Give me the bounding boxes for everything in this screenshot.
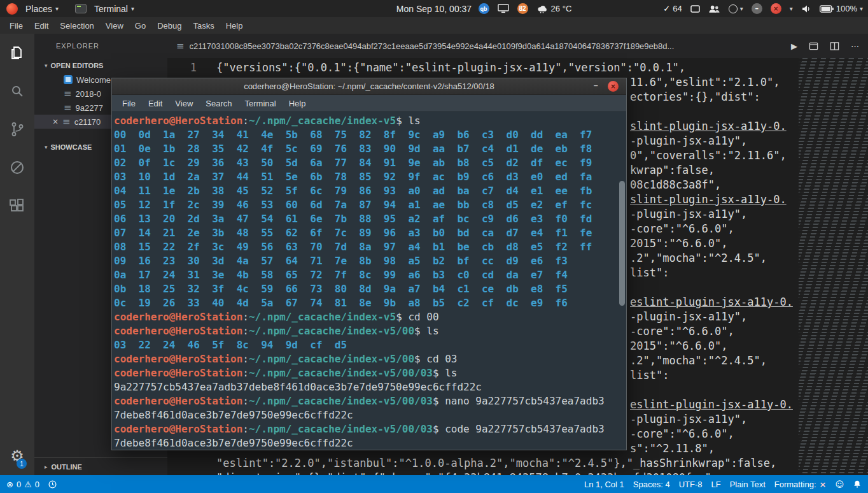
menu-selection[interactable]: Selection: [54, 21, 99, 31]
volume-tray-icon[interactable]: [801, 4, 811, 13]
terminal-line: 01 0e 1b 28 35 42 4f 5c 69 76 83 90 9d a…: [114, 142, 626, 156]
explorer-icon[interactable]: [0, 34, 34, 72]
eol-status[interactable]: LF: [711, 480, 720, 489]
settings-gear-icon[interactable]: ⚙ 1: [0, 437, 34, 475]
run-button[interactable]: ▶: [791, 41, 797, 51]
editor-link-text[interactable]: slint-plugin-jsx-a11y-0.: [630, 119, 787, 134]
check-count: 64: [673, 4, 682, 13]
formatting-status[interactable]: Formatting: ×: [774, 480, 827, 489]
terminal-window-menu[interactable]: Terminal ▾: [90, 4, 138, 14]
split-editor-icon[interactable]: [830, 41, 839, 51]
formatting-label: Formatting:: [774, 480, 816, 489]
language-mode[interactable]: Plain Text: [730, 480, 766, 489]
window-tray-icon[interactable]: [690, 5, 700, 13]
caret-down-icon: ▾: [131, 5, 134, 12]
status-menu[interactable]: ▾: [729, 4, 743, 13]
editor-text: 08c1d88c3a8f",: [630, 178, 721, 192]
menu-view[interactable]: View: [100, 21, 129, 31]
editor-text: list":: [630, 266, 669, 280]
dnd-status-icon[interactable]: –: [752, 3, 762, 14]
editor-text: 11.6","eslint":"2.1.0",: [630, 75, 780, 90]
terminal-titlebar[interactable]: coderhero@HeroStation: ~/.npm/_cacache/c…: [112, 78, 626, 95]
open-editors-section-header[interactable]: ▾ OPEN EDITORS: [34, 59, 167, 73]
explorer-title: EXPLORER: [34, 34, 167, 50]
editor-text: "eslint":"2.2.0","istanbul":"^1.0.0-alph…: [216, 456, 776, 471]
close-button[interactable]: ×: [608, 81, 619, 92]
minimize-button[interactable]: –: [594, 80, 599, 91]
check-icon: ✓: [663, 4, 670, 13]
battery-percentage: 100%: [836, 4, 857, 13]
problems-indicator[interactable]: ⊗ 0 ⚠ 0: [6, 480, 39, 489]
busy-status-icon[interactable]: ×: [771, 3, 781, 14]
users-tray-icon[interactable]: [708, 4, 720, 13]
cursor-position[interactable]: Ln 1, Col 1: [584, 480, 624, 489]
feedback-smiley-icon[interactable]: ☺: [835, 480, 844, 489]
terminal-menu-search[interactable]: Search: [199, 99, 238, 108]
terminal-menu-view[interactable]: View: [169, 99, 199, 108]
source-control-icon[interactable]: [0, 110, 34, 148]
menu-go[interactable]: Go: [129, 21, 151, 31]
open-preview-icon[interactable]: [809, 41, 818, 51]
menu-edit[interactable]: Edit: [29, 21, 54, 31]
terminal-menu-help[interactable]: Help: [283, 99, 312, 108]
indentation-status[interactable]: Spaces: 4: [633, 480, 670, 489]
editor-link-text[interactable]: slint-plugin-jsx-a11y-0.: [630, 192, 787, 207]
editor-text: -plugin-jsx-a11y",: [630, 207, 747, 222]
caret-down-icon: ▾: [740, 5, 743, 12]
terminal-line: 00 0d 1a 27 34 41 4e 5b 68 75 82 8f 9c a…: [114, 128, 626, 142]
editor-text: -core":"^6.6.0",: [630, 324, 734, 339]
terminal-line: coderhero@HeroStation:~/.npm/_cacache/in…: [114, 324, 626, 338]
terminal-menu-terminal[interactable]: Terminal: [239, 99, 283, 108]
editor-text: "directories":{},"dist":{"shasum":"f4c32…: [216, 471, 718, 475]
caret-down-icon[interactable]: ▾: [790, 5, 793, 12]
chevron-down-icon: ▾: [45, 144, 48, 150]
places-menu[interactable]: Places ▾: [22, 4, 62, 14]
battery-indicator[interactable]: 100% ▾: [820, 4, 863, 13]
editor-link-text[interactable]: eslint-plugin-jsx-a11y-0.: [630, 397, 793, 412]
welcome-file-icon: [64, 75, 73, 84]
terminal-body[interactable]: coderhero@HeroStation:~/.npm/_cacache/in…: [112, 112, 626, 450]
file-icon: ≡: [64, 102, 72, 113]
terminal-menu-label: Terminal: [94, 4, 128, 14]
qbittorrent-tray-icon[interactable]: qb: [479, 3, 489, 14]
clock-status-icon[interactable]: [48, 480, 57, 489]
outline-label: OUTLINE: [52, 463, 82, 471]
terminal-scrollbar-thumb[interactable]: [619, 181, 625, 306]
terminal-output: coderhero@HeroStation:~/.npm/_cacache/in…: [114, 114, 626, 450]
editor-link-text[interactable]: eslint-plugin-jsx-a11y-0.: [630, 295, 793, 310]
terminal-line: 02 0f 1c 29 36 43 50 5d 6a 77 84 91 9e a…: [114, 156, 626, 170]
close-icon[interactable]: ×: [52, 117, 59, 126]
minimap[interactable]: [799, 58, 868, 475]
display-tray-icon[interactable]: [498, 4, 509, 13]
update-check-indicator[interactable]: ✓ 64: [663, 4, 682, 13]
search-icon[interactable]: [0, 72, 34, 110]
clock[interactable]: Mon Sep 10, 00:37: [396, 0, 472, 17]
terminal-line: 09 16 23 30 3d 4a 57 64 71 7e 8b 98 a5 b…: [114, 254, 626, 268]
extensions-icon[interactable]: [0, 187, 34, 225]
menu-tasks[interactable]: Tasks: [187, 21, 220, 31]
menu-file[interactable]: File: [4, 21, 29, 31]
editor-text: 2015":"^6.6.0",: [630, 236, 728, 251]
terminal-line: coderhero@HeroStation:~/.npm/_cacache/in…: [114, 366, 626, 380]
editor-tab[interactable]: ≡ c2117031008c85ee3073ba02c7376c8eae0494…: [167, 40, 674, 52]
terminal-line: coderhero@HeroStation:~/.npm/_cacache/in…: [114, 422, 626, 436]
terminal-menu-edit[interactable]: Edit: [142, 99, 169, 108]
outline-section-header[interactable]: ▸ OUTLINE: [34, 457, 167, 475]
desktop-top-panel: Places ▾ Terminal ▾ Mon Sep 10, 00:37 qb…: [0, 0, 868, 17]
encoding-status[interactable]: UTF-8: [679, 480, 703, 489]
menu-help[interactable]: Help: [220, 21, 249, 31]
file-name: c21170: [74, 117, 101, 127]
editor-text: .2","mocha":"^2.4.5",: [630, 251, 767, 266]
terminal-window[interactable]: coderhero@HeroStation: ~/.npm/_cacache/c…: [111, 78, 627, 450]
debug-icon[interactable]: [0, 148, 34, 187]
menu-debug[interactable]: Debug: [151, 21, 187, 31]
weather-indicator[interactable]: 26 °C: [536, 4, 572, 13]
temperature-badge[interactable]: 82: [517, 3, 528, 14]
more-actions-icon[interactable]: ⋯: [851, 41, 859, 51]
distro-logo-icon[interactable]: [6, 3, 18, 15]
notifications-bell-icon[interactable]: [853, 480, 862, 489]
terminal-title: coderhero@HeroStation: ~/.npm/_cacache/c…: [112, 82, 626, 91]
tab-filename: c2117031008c85ee3073ba02c7376c8eae0494ab…: [190, 41, 675, 51]
terminal-menu-file[interactable]: File: [116, 99, 142, 108]
terminal-line: 06 13 20 2d 3a 47 54 61 6e 7b 88 95 a2 a…: [114, 212, 626, 226]
